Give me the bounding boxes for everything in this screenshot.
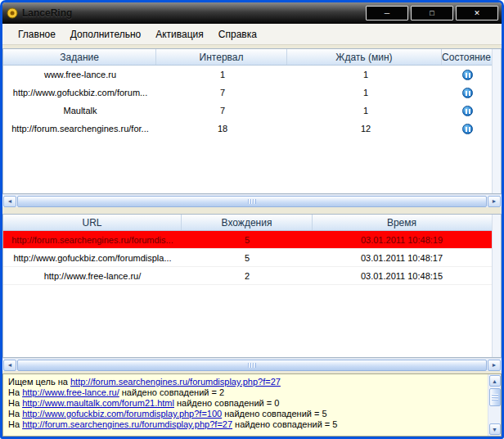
maximize-icon: □	[430, 7, 434, 20]
results-table: URL Вхождения Время http://forum.searche…	[2, 214, 502, 358]
log-link[interactable]: http://www.gofuckbiz.com/forumdisplay.ph…	[22, 409, 222, 419]
url-cell: http://forum.searchengines.ru/forumdis..…	[3, 231, 182, 248]
log-text: найдено совпадений = 5	[222, 409, 326, 419]
log-text: На	[8, 419, 22, 429]
scroll-left-icon[interactable]: ◄	[3, 360, 16, 371]
result-row[interactable]: http://www.free-lance.ru/ 2 03.01.2011 1…	[3, 267, 501, 285]
log-text: На	[8, 398, 22, 408]
window-controls: ─ □ ✕	[366, 6, 498, 20]
pause-icon[interactable]	[462, 88, 473, 98]
log-text: найдено совпадений = 5	[232, 419, 337, 429]
log-line: На http://www.gofuckbiz.com/forumdisplay…	[8, 409, 488, 419]
log-text: найдено совпадений = 0	[174, 398, 279, 408]
interval-cell: 7	[157, 102, 288, 120]
log-panel: Ищем цель на http://forum.searchengines.…	[2, 373, 502, 437]
scroll-right-icon[interactable]: ►	[488, 360, 501, 371]
log-line: На http://forum.searchengines.ru/forumdi…	[8, 419, 488, 430]
task-cell: http://www.gofuckbiz.com/forum...	[3, 84, 157, 102]
scroll-down-icon[interactable]: ▼	[489, 423, 501, 435]
task-cell: www.free-lance.ru	[3, 66, 157, 84]
menu-item-advanced[interactable]: Дополнительно	[63, 26, 148, 43]
thumb-grip-icon	[248, 363, 256, 368]
menu-item-activation[interactable]: Активация	[148, 26, 211, 43]
scrollbar-track[interactable]	[489, 387, 501, 423]
log-link[interactable]: http://www.maultalk.com/forum21.html	[22, 398, 174, 408]
time-cell: 03.01.2011 10:48:19	[313, 231, 501, 248]
log-text: На	[8, 387, 22, 397]
log-text: Ищем цель на	[8, 377, 70, 387]
log-text: На	[8, 409, 22, 419]
result-row-selected[interactable]: http://forum.searchengines.ru/forumdis..…	[3, 231, 501, 249]
column-header-interval[interactable]: Интервал	[156, 49, 286, 65]
task-row[interactable]: http://forum.searchengines.ru/for... 18 …	[3, 120, 501, 138]
log-line: Ищем цель на http://forum.searchengines.…	[8, 377, 488, 387]
wait-cell: 1	[288, 84, 443, 102]
window-title: LanceRing	[22, 7, 72, 19]
menu-bar: Главное Дополнительно Активация Справка	[2, 24, 502, 45]
close-icon: ✕	[474, 7, 480, 20]
count-cell: 5	[182, 249, 313, 266]
url-cell: http://www.gofuckbiz.com/forumdispla...	[3, 249, 182, 266]
minimize-icon: ─	[385, 7, 389, 20]
task-cell: Maultalk	[3, 102, 157, 120]
column-header-task[interactable]: Задание	[3, 49, 156, 65]
log-link[interactable]: http://forum.searchengines.ru/forumdispl…	[22, 419, 232, 429]
tasks-table-header: Задание Интервал Ждать (мин) Состояние	[3, 49, 501, 66]
app-icon	[6, 7, 19, 20]
column-header-count[interactable]: Вхождения	[182, 215, 313, 230]
thumb-grip-icon	[248, 199, 256, 204]
interval-cell: 1	[157, 66, 288, 84]
menu-item-main[interactable]: Главное	[11, 26, 63, 43]
maximize-button[interactable]: □	[411, 6, 453, 20]
minimize-button[interactable]: ─	[366, 6, 408, 20]
interval-cell: 18	[157, 120, 288, 138]
interval-cell: 7	[157, 84, 288, 102]
pause-icon[interactable]	[462, 106, 473, 116]
log-lines: Ищем цель на http://forum.searchengines.…	[3, 374, 488, 436]
column-header-time[interactable]: Время	[313, 215, 501, 230]
log-vertical-scrollbar[interactable]: ▲ ▼	[488, 374, 501, 436]
wait-cell: 12	[288, 120, 443, 138]
scroll-up-icon[interactable]: ▲	[489, 375, 501, 387]
scrollbar-thumb[interactable]	[489, 388, 501, 406]
log-link[interactable]: http://forum.searchengines.ru/forumdispl…	[70, 377, 281, 387]
scrollbar-thumb[interactable]	[17, 196, 487, 207]
time-cell: 03.01.2011 10:48:17	[313, 249, 501, 266]
task-cell: http://forum.searchengines.ru/for...	[3, 120, 157, 138]
results-vertical-scrollbar[interactable]	[492, 215, 501, 357]
pause-icon[interactable]	[462, 124, 473, 134]
scroll-right-icon[interactable]: ►	[488, 196, 501, 207]
tasks-table: Задание Интервал Ждать (мин) Состояние w…	[2, 48, 502, 194]
app-window: LanceRing ─ □ ✕ Главное Дополнительно Ак…	[0, 0, 504, 439]
tasks-vertical-scrollbar[interactable]	[492, 49, 501, 193]
close-button[interactable]: ✕	[456, 6, 498, 20]
results-horizontal-scrollbar[interactable]: ◄ ►	[2, 358, 502, 371]
log-text: найдено совпадений = 2	[119, 387, 224, 397]
task-row[interactable]: http://www.gofuckbiz.com/forum... 7 1	[3, 84, 501, 102]
column-header-wait[interactable]: Ждать (мин)	[287, 49, 442, 65]
log-link[interactable]: http://www.free-lance.ru/	[22, 387, 119, 397]
time-cell: 03.01.2011 10:48:15	[313, 267, 501, 284]
wait-cell: 1	[288, 66, 443, 84]
column-header-url[interactable]: URL	[3, 215, 182, 230]
log-line: На http://www.maultalk.com/forum21.html …	[8, 398, 488, 409]
result-row[interactable]: http://www.gofuckbiz.com/forumdispla... …	[3, 249, 501, 267]
scrollbar-thumb[interactable]	[17, 360, 487, 371]
title-bar[interactable]: LanceRing ─ □ ✕	[2, 2, 502, 24]
task-row[interactable]: Maultalk 7 1	[3, 102, 501, 120]
menu-item-help[interactable]: Справка	[211, 26, 264, 43]
results-table-header: URL Вхождения Время	[3, 215, 501, 231]
log-line: На http://www.free-lance.ru/ найдено сов…	[8, 387, 488, 398]
pause-icon[interactable]	[462, 70, 473, 80]
thumb-grip-icon	[492, 394, 498, 401]
url-cell: http://www.free-lance.ru/	[3, 267, 182, 284]
task-row[interactable]: www.free-lance.ru 1 1	[3, 66, 501, 84]
count-cell: 5	[182, 231, 313, 248]
wait-cell: 1	[288, 102, 443, 120]
scroll-left-icon[interactable]: ◄	[3, 196, 16, 207]
tasks-horizontal-scrollbar[interactable]: ◄ ►	[2, 194, 502, 207]
count-cell: 2	[182, 267, 313, 284]
